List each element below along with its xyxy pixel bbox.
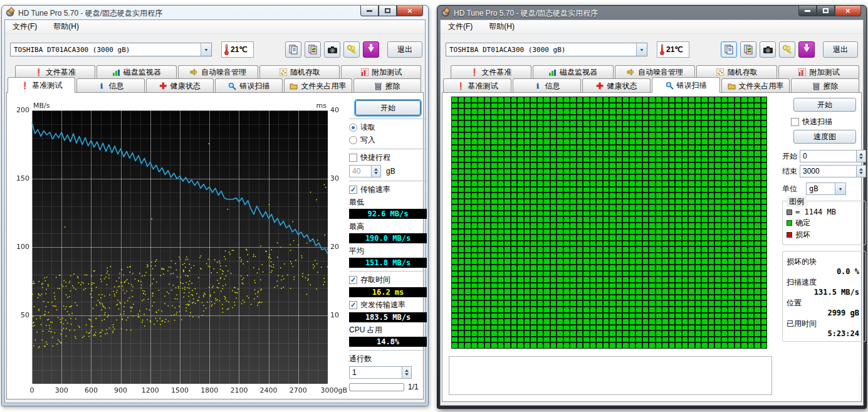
write-radio[interactable] bbox=[349, 136, 357, 144]
tab-info[interactable]: ℹ信息 bbox=[513, 78, 581, 93]
error-scan-grid bbox=[451, 97, 767, 349]
menu-help[interactable]: 帮助(H) bbox=[51, 20, 81, 33]
copy-image-button[interactable] bbox=[305, 41, 321, 58]
start-button[interactable]: 开始 bbox=[793, 98, 856, 112]
folder-icon bbox=[728, 82, 736, 90]
damaged-blocks-value: 0.0 % bbox=[787, 267, 862, 276]
avg-value: 151.8 MB/s bbox=[349, 258, 427, 268]
exit-button[interactable]: 退出 bbox=[387, 41, 422, 58]
elapsed-label: 已用时间 bbox=[787, 319, 862, 329]
tab-benchmark[interactable]: ❗基准测试 bbox=[443, 78, 511, 93]
tab-disk-monitor[interactable]: 磁盘监视器 bbox=[533, 65, 614, 78]
window-title: HD Tune Pro 5.70 - 硬盘/固态硬盘实用程序 bbox=[454, 8, 598, 19]
tab-error-scan[interactable]: 错误扫描 bbox=[215, 78, 283, 93]
trash-icon bbox=[374, 82, 382, 90]
drive-select[interactable]: TOSHIBA DT01ACA300 (3000 gB) ▼ bbox=[10, 43, 212, 56]
short-stroke-input[interactable]: 40 bbox=[349, 165, 381, 177]
tab-erase[interactable]: 擦除 bbox=[791, 78, 859, 93]
scan-start-spinner[interactable] bbox=[856, 151, 865, 162]
read-radio[interactable] bbox=[349, 124, 357, 132]
tab-erase[interactable]: 擦除 bbox=[353, 78, 421, 93]
copy-image-button[interactable] bbox=[740, 41, 756, 58]
disk-monitor-icon bbox=[548, 68, 557, 77]
file-benchmark-icon: ❗ bbox=[34, 68, 43, 77]
drive-select-value: TOSHIBA DT01ACA300 (3000 gB) bbox=[446, 46, 636, 54]
minimize-icon[interactable] bbox=[798, 6, 817, 16]
short-stroke-checkbox[interactable] bbox=[349, 154, 357, 162]
app-icon bbox=[442, 8, 451, 17]
titlebar[interactable]: HD Tune Pro 5.70 - 硬盘/固态硬盘实用程序 ✕ bbox=[2, 6, 428, 19]
short-stroke-spinner[interactable] bbox=[371, 166, 380, 177]
tab-random-access[interactable]: 随机存取 bbox=[696, 65, 777, 78]
close-icon[interactable]: ✕ bbox=[397, 6, 423, 16]
tab-info[interactable]: ℹ信息 bbox=[76, 78, 144, 93]
options-button[interactable] bbox=[343, 41, 360, 58]
tab-health[interactable]: ✚健康状态 bbox=[146, 78, 214, 93]
passes-label: 通行数 bbox=[349, 354, 427, 364]
options-button[interactable] bbox=[779, 41, 795, 58]
update-button[interactable] bbox=[798, 41, 815, 58]
chevron-down-icon[interactable]: ▼ bbox=[636, 43, 647, 56]
maximize-icon[interactable] bbox=[379, 6, 397, 16]
close-icon[interactable]: ✕ bbox=[835, 6, 861, 16]
burst-rate-checkbox[interactable]: ✓ bbox=[349, 301, 357, 309]
speed-map-button[interactable]: 速度图 bbox=[793, 130, 856, 144]
access-time-checkbox[interactable]: ✓ bbox=[349, 276, 357, 284]
tab-file-benchmark[interactable]: ❗文件基准 bbox=[15, 65, 95, 78]
tab-error-scan[interactable]: 错误扫描 bbox=[652, 77, 720, 93]
legend-damaged-label: 损坏 bbox=[795, 230, 810, 240]
menu-file[interactable]: 文件(F) bbox=[446, 20, 475, 33]
transfer-rate-checkbox[interactable]: ✓ bbox=[349, 186, 357, 194]
tab-benchmark[interactable]: ❗基准测试 bbox=[8, 77, 75, 93]
temperature-display[interactable]: 21℃ bbox=[657, 41, 689, 58]
titlebar[interactable]: HD Tune Pro 5.70 - 硬盘/固态硬盘实用程序 ✕ bbox=[437, 6, 866, 19]
camera-icon bbox=[763, 45, 773, 55]
position-label: 位置 bbox=[787, 298, 862, 309]
random-access-icon bbox=[279, 68, 287, 77]
drive-select[interactable]: TOSHIBA DT01ACA300 (3000 gB) ▼ bbox=[446, 43, 647, 56]
tab-disk-monitor[interactable]: 磁盘监视器 bbox=[97, 65, 177, 78]
chevron-down-icon[interactable]: ▼ bbox=[201, 43, 211, 56]
menu-file[interactable]: 文件(F) bbox=[10, 20, 39, 33]
copy-text-button[interactable] bbox=[721, 41, 737, 58]
scan-start-input[interactable]: 0 bbox=[800, 150, 866, 162]
passes-spinner[interactable] bbox=[402, 367, 411, 378]
tab-health[interactable]: ✚健康状态 bbox=[582, 78, 651, 93]
tabstrip: ❗文件基准 磁盘监视器 自动噪音管理 随机存取 附加测试 ❗基准测试 ℹ信息 ✚… bbox=[6, 65, 424, 93]
app-icon bbox=[6, 8, 15, 17]
tabstrip: ❗文件基准 磁盘监视器 自动噪音管理 随机存取 附加测试 ❗基准测试 ℹ信息 ✚… bbox=[442, 65, 862, 93]
disk-monitor-icon bbox=[112, 68, 120, 77]
unit-select[interactable]: gB▼ bbox=[806, 182, 846, 195]
maximize-icon[interactable] bbox=[817, 6, 835, 16]
keys-icon bbox=[347, 45, 357, 55]
tab-extra-tests[interactable]: 附加测试 bbox=[341, 65, 421, 78]
temperature-display[interactable]: 21℃ bbox=[221, 41, 254, 58]
legend-pending-swatch bbox=[787, 209, 792, 215]
quick-scan-checkbox[interactable] bbox=[791, 118, 799, 126]
tab-file-benchmark[interactable]: ❗文件基准 bbox=[451, 65, 531, 78]
error-list[interactable] bbox=[449, 356, 772, 395]
tab-extra-tests[interactable]: 附加测试 bbox=[778, 65, 859, 78]
minimize-icon[interactable] bbox=[360, 6, 379, 16]
copy-text-button[interactable] bbox=[285, 41, 301, 58]
tab-noise-management[interactable]: 自动噪音管理 bbox=[615, 65, 696, 78]
error-scan-page: 开始 快速扫描 速度图 开始 0 结束 3000 单位 gB▼ 图例 = 114… bbox=[442, 92, 862, 402]
chevron-down-icon[interactable]: ▼ bbox=[835, 183, 845, 194]
exit-button[interactable]: 退出 bbox=[823, 41, 858, 58]
screenshot-button[interactable] bbox=[760, 41, 776, 58]
tab-folder-usage[interactable]: 文件夹占用率 bbox=[284, 78, 352, 93]
copy-text-icon bbox=[288, 45, 298, 55]
scan-end-input[interactable]: 3000 bbox=[800, 165, 866, 177]
tab-folder-usage[interactable]: 文件夹占用率 bbox=[721, 78, 790, 93]
tab-noise-management[interactable]: 自动噪音管理 bbox=[178, 65, 258, 78]
camera-icon bbox=[327, 45, 338, 55]
scan-end-spinner[interactable] bbox=[856, 166, 865, 177]
update-button[interactable] bbox=[363, 41, 379, 58]
menu-help[interactable]: 帮助(H) bbox=[486, 20, 517, 33]
tab-random-access[interactable]: 随机存取 bbox=[259, 65, 340, 78]
trash-icon bbox=[812, 82, 820, 90]
start-button[interactable]: 开始 bbox=[355, 100, 421, 115]
screenshot-button[interactable] bbox=[324, 41, 340, 58]
menubar: 文件(F) 帮助(H) bbox=[5, 20, 425, 34]
passes-input[interactable]: 1 bbox=[349, 366, 412, 379]
